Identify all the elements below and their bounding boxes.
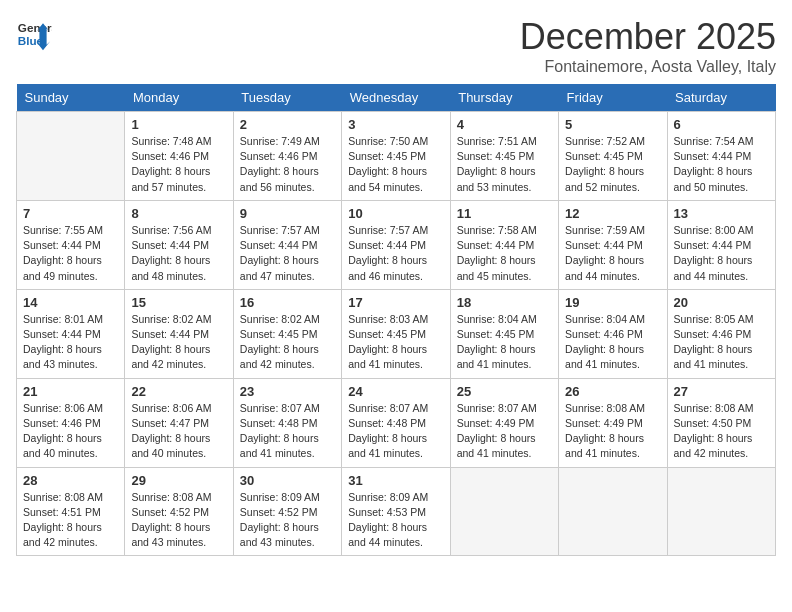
day-info: Sunrise: 8:04 AMSunset: 4:46 PMDaylight:… [565,312,660,373]
day-number: 7 [23,206,118,221]
day-info: Sunrise: 8:05 AMSunset: 4:46 PMDaylight:… [674,312,769,373]
day-info: Sunrise: 8:02 AMSunset: 4:44 PMDaylight:… [131,312,226,373]
day-number: 28 [23,473,118,488]
calendar-week-1: 7Sunrise: 7:55 AMSunset: 4:44 PMDaylight… [17,200,776,289]
day-number: 4 [457,117,552,132]
day-number: 20 [674,295,769,310]
header-day-tuesday: Tuesday [233,84,341,112]
day-info: Sunrise: 8:06 AMSunset: 4:47 PMDaylight:… [131,401,226,462]
month-title: December 2025 [520,16,776,58]
day-info: Sunrise: 7:50 AMSunset: 4:45 PMDaylight:… [348,134,443,195]
header-day-monday: Monday [125,84,233,112]
day-number: 2 [240,117,335,132]
header-day-sunday: Sunday [17,84,125,112]
calendar-cell: 11Sunrise: 7:58 AMSunset: 4:44 PMDayligh… [450,200,558,289]
day-info: Sunrise: 8:09 AMSunset: 4:53 PMDaylight:… [348,490,443,551]
calendar-cell: 26Sunrise: 8:08 AMSunset: 4:49 PMDayligh… [559,378,667,467]
calendar-cell: 10Sunrise: 7:57 AMSunset: 4:44 PMDayligh… [342,200,450,289]
day-info: Sunrise: 8:01 AMSunset: 4:44 PMDaylight:… [23,312,118,373]
calendar-cell: 23Sunrise: 8:07 AMSunset: 4:48 PMDayligh… [233,378,341,467]
day-number: 18 [457,295,552,310]
page-header: General Blue December 2025 Fontainemore,… [16,16,776,76]
calendar-cell: 25Sunrise: 8:07 AMSunset: 4:49 PMDayligh… [450,378,558,467]
calendar-week-2: 14Sunrise: 8:01 AMSunset: 4:44 PMDayligh… [17,289,776,378]
day-number: 26 [565,384,660,399]
day-info: Sunrise: 7:54 AMSunset: 4:44 PMDaylight:… [674,134,769,195]
day-info: Sunrise: 8:02 AMSunset: 4:45 PMDaylight:… [240,312,335,373]
day-info: Sunrise: 7:58 AMSunset: 4:44 PMDaylight:… [457,223,552,284]
calendar-cell: 15Sunrise: 8:02 AMSunset: 4:44 PMDayligh… [125,289,233,378]
day-number: 24 [348,384,443,399]
day-info: Sunrise: 8:08 AMSunset: 4:50 PMDaylight:… [674,401,769,462]
calendar-cell: 12Sunrise: 7:59 AMSunset: 4:44 PMDayligh… [559,200,667,289]
calendar-cell: 29Sunrise: 8:08 AMSunset: 4:52 PMDayligh… [125,467,233,556]
calendar-table: SundayMondayTuesdayWednesdayThursdayFrid… [16,84,776,556]
day-info: Sunrise: 8:03 AMSunset: 4:45 PMDaylight:… [348,312,443,373]
calendar-cell: 18Sunrise: 8:04 AMSunset: 4:45 PMDayligh… [450,289,558,378]
calendar-week-3: 21Sunrise: 8:06 AMSunset: 4:46 PMDayligh… [17,378,776,467]
calendar-cell: 31Sunrise: 8:09 AMSunset: 4:53 PMDayligh… [342,467,450,556]
calendar-cell: 17Sunrise: 8:03 AMSunset: 4:45 PMDayligh… [342,289,450,378]
header-day-wednesday: Wednesday [342,84,450,112]
calendar-cell: 30Sunrise: 8:09 AMSunset: 4:52 PMDayligh… [233,467,341,556]
day-number: 9 [240,206,335,221]
day-number: 15 [131,295,226,310]
location: Fontainemore, Aosta Valley, Italy [520,58,776,76]
day-number: 8 [131,206,226,221]
calendar-cell: 7Sunrise: 7:55 AMSunset: 4:44 PMDaylight… [17,200,125,289]
day-number: 29 [131,473,226,488]
calendar-cell: 6Sunrise: 7:54 AMSunset: 4:44 PMDaylight… [667,112,775,201]
day-info: Sunrise: 8:08 AMSunset: 4:51 PMDaylight:… [23,490,118,551]
day-number: 19 [565,295,660,310]
calendar-cell: 2Sunrise: 7:49 AMSunset: 4:46 PMDaylight… [233,112,341,201]
calendar-cell: 19Sunrise: 8:04 AMSunset: 4:46 PMDayligh… [559,289,667,378]
day-info: Sunrise: 7:56 AMSunset: 4:44 PMDaylight:… [131,223,226,284]
day-number: 17 [348,295,443,310]
title-block: December 2025 Fontainemore, Aosta Valley… [520,16,776,76]
calendar-cell [667,467,775,556]
calendar-cell: 20Sunrise: 8:05 AMSunset: 4:46 PMDayligh… [667,289,775,378]
calendar-cell: 28Sunrise: 8:08 AMSunset: 4:51 PMDayligh… [17,467,125,556]
day-info: Sunrise: 7:49 AMSunset: 4:46 PMDaylight:… [240,134,335,195]
calendar-cell: 4Sunrise: 7:51 AMSunset: 4:45 PMDaylight… [450,112,558,201]
day-number: 12 [565,206,660,221]
calendar-cell: 13Sunrise: 8:00 AMSunset: 4:44 PMDayligh… [667,200,775,289]
day-number: 1 [131,117,226,132]
header-day-thursday: Thursday [450,84,558,112]
day-number: 31 [348,473,443,488]
day-info: Sunrise: 7:57 AMSunset: 4:44 PMDaylight:… [240,223,335,284]
logo-icon: General Blue [16,16,52,52]
day-number: 16 [240,295,335,310]
day-info: Sunrise: 7:51 AMSunset: 4:45 PMDaylight:… [457,134,552,195]
day-number: 27 [674,384,769,399]
header-day-friday: Friday [559,84,667,112]
day-number: 30 [240,473,335,488]
day-info: Sunrise: 8:07 AMSunset: 4:48 PMDaylight:… [240,401,335,462]
calendar-cell [450,467,558,556]
calendar-cell: 22Sunrise: 8:06 AMSunset: 4:47 PMDayligh… [125,378,233,467]
day-number: 5 [565,117,660,132]
calendar-cell [17,112,125,201]
day-number: 3 [348,117,443,132]
calendar-cell: 1Sunrise: 7:48 AMSunset: 4:46 PMDaylight… [125,112,233,201]
calendar-cell: 27Sunrise: 8:08 AMSunset: 4:50 PMDayligh… [667,378,775,467]
svg-text:General: General [18,21,52,34]
day-info: Sunrise: 8:06 AMSunset: 4:46 PMDaylight:… [23,401,118,462]
calendar-cell: 24Sunrise: 8:07 AMSunset: 4:48 PMDayligh… [342,378,450,467]
day-number: 10 [348,206,443,221]
day-info: Sunrise: 7:55 AMSunset: 4:44 PMDaylight:… [23,223,118,284]
day-info: Sunrise: 7:52 AMSunset: 4:45 PMDaylight:… [565,134,660,195]
day-number: 21 [23,384,118,399]
day-info: Sunrise: 7:57 AMSunset: 4:44 PMDaylight:… [348,223,443,284]
day-number: 23 [240,384,335,399]
calendar-header-row: SundayMondayTuesdayWednesdayThursdayFrid… [17,84,776,112]
calendar-cell: 5Sunrise: 7:52 AMSunset: 4:45 PMDaylight… [559,112,667,201]
day-number: 14 [23,295,118,310]
day-info: Sunrise: 8:04 AMSunset: 4:45 PMDaylight:… [457,312,552,373]
day-number: 25 [457,384,552,399]
day-number: 22 [131,384,226,399]
day-info: Sunrise: 7:59 AMSunset: 4:44 PMDaylight:… [565,223,660,284]
day-number: 6 [674,117,769,132]
day-number: 13 [674,206,769,221]
calendar-cell [559,467,667,556]
